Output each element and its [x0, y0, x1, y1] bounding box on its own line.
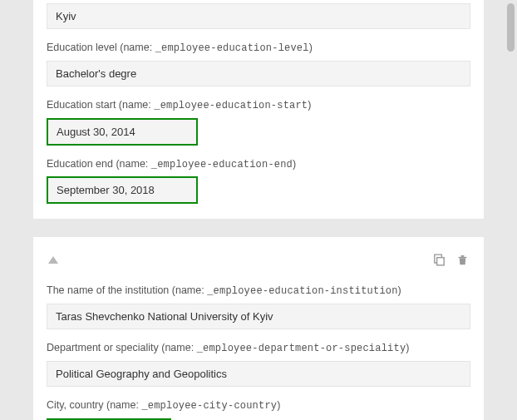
scrollbar-thumb[interactable]: [507, 3, 515, 52]
edu-start-label: Education start (name: _employee-educati…: [47, 98, 470, 113]
label-text: Department or speciality (name:: [47, 342, 197, 353]
field-name-code: _employee-education-level: [155, 42, 309, 54]
label-close: ): [277, 399, 280, 411]
label-text: Education level (name:: [47, 42, 155, 53]
card-header: [47, 247, 470, 272]
edu-level-input[interactable]: [47, 61, 470, 86]
label-close: ): [398, 284, 401, 296]
label-close: ): [309, 42, 313, 53]
label-close: ): [308, 99, 311, 111]
edu-level-label: Education level (name: _employee-educati…: [47, 41, 470, 56]
card-actions: [432, 252, 469, 267]
education-card-2: The name of the institution (name: _empl…: [33, 237, 484, 420]
city-input[interactable]: [47, 3, 470, 29]
field-name-code: _employee-education-institution: [207, 285, 397, 297]
label-close: ): [406, 342, 409, 353]
label-text: The name of the institution (name:: [47, 284, 207, 296]
education-card-1: Education level (name: _employee-educati…: [33, 0, 484, 219]
city-country-label: City, country (name: _employee-city-coun…: [47, 398, 470, 413]
institution-label: The name of the institution (name: _empl…: [47, 284, 470, 299]
edu-start-input[interactable]: [47, 118, 198, 146]
field-name-code: _employee-education-start: [154, 100, 308, 111]
label-text: Education start (name:: [47, 99, 154, 111]
label-text: City, country (name:: [47, 399, 141, 411]
edu-end-input[interactable]: [47, 176, 198, 204]
field-name-code: _employee-education-end: [151, 159, 293, 170]
collapse-up-icon[interactable]: [48, 256, 58, 264]
institution-input[interactable]: [47, 304, 470, 329]
label-text: Education end (name:: [47, 158, 151, 170]
field-name-code: _employee-department-or-speciality: [197, 343, 406, 354]
trash-icon[interactable]: [456, 252, 469, 267]
department-input[interactable]: [47, 361, 470, 387]
edu-end-label: Education end (name: _employee-education…: [47, 157, 470, 172]
copy-icon[interactable]: [432, 253, 446, 267]
svg-rect-0: [437, 258, 445, 265]
department-label: Department or speciality (name: _employe…: [47, 341, 470, 356]
label-close: ): [293, 158, 296, 170]
field-name-code: _employee-city-country: [141, 400, 277, 412]
